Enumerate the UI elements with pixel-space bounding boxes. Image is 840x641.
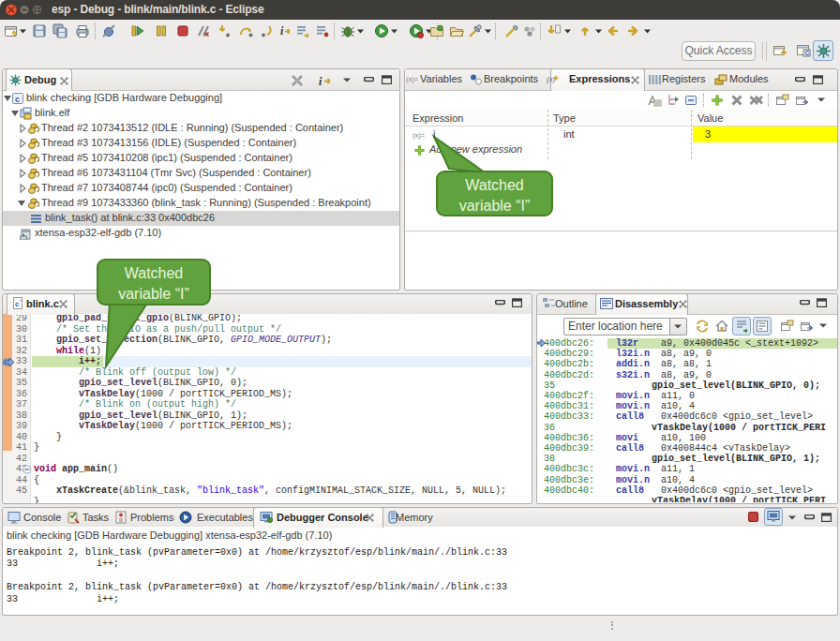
- svg-text:c: c: [15, 95, 20, 104]
- svg-text:(x): (x): [547, 75, 556, 83]
- svg-text:C: C: [805, 50, 810, 56]
- svg-text:(x)=: (x)=: [406, 75, 419, 83]
- svg-text:i: i: [319, 75, 322, 88]
- svg-text:(x)=: (x)=: [412, 131, 426, 140]
- svg-text:i: i: [280, 24, 284, 37]
- svg-text:c: c: [15, 300, 20, 308]
